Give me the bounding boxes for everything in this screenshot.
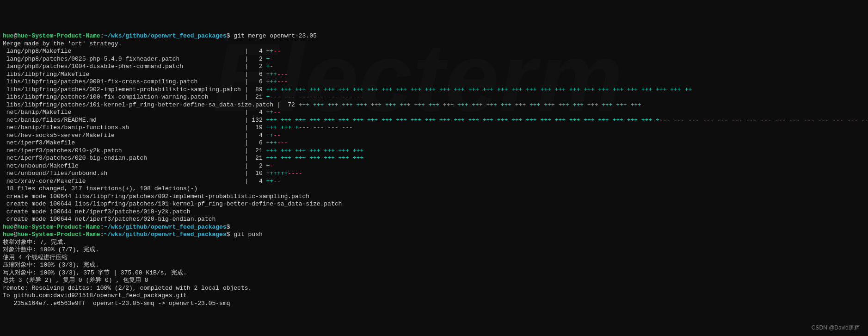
push-output-line: 压缩对象中: 100% (3/3), 完成. (3, 261, 99, 268)
push-output-line: 枚举对象中: 7, 完成. (3, 239, 67, 246)
diffstat-file: net/banip/files/banip-functions.sh (3, 124, 241, 131)
diffstat-file: lang/php8/Makefile (3, 48, 241, 55)
merge-strategy-line: Merge made by the 'ort' strategy. (3, 40, 122, 47)
prompt-host: hue-System-Product-Name (17, 224, 100, 230)
command-text: git merge openwrt-23.05 (234, 32, 316, 39)
diffstat-file: net/iperf3/Makefile (3, 139, 241, 146)
create-mode-line: create mode 100644 net/iperf3/patches/01… (3, 208, 191, 215)
push-output-line: 235a164e7..e6563e9ff openwrt-23.05-smq -… (3, 300, 230, 307)
diffstat-file: lang/php8/patches/0025-php-5.4.9-fixhead… (3, 56, 241, 62)
create-mode-line: create mode 100644 net/iperf3/patches/02… (3, 216, 215, 223)
diffstat-file: net/unbound/Makefile (3, 162, 241, 169)
prompt-dollar: $ (227, 32, 230, 39)
prompt-user: hue (3, 224, 13, 230)
prompt-user: hue (3, 231, 13, 238)
prompt-path: ~/wks/github/openwrt_feed_packages (104, 231, 226, 238)
prompt-path: ~/wks/github/openwrt_feed_packages (104, 32, 226, 39)
create-mode-line: create mode 100644 libs/libpfring/patche… (3, 200, 342, 207)
push-output-line: 写入对象中: 100% (3/3), 375 字节 | 375.00 KiB/s… (3, 269, 187, 276)
push-output-line: To github.com:david921518/openwrt_feed_p… (3, 292, 187, 299)
diffstat-file: net/banip/Makefile (3, 109, 241, 116)
diffstat-file: libs/libpfring/Makefile (3, 71, 241, 78)
command-text: git push (234, 231, 262, 238)
create-mode-line: create mode 100644 libs/libpfring/patche… (3, 193, 309, 200)
prompt-dollar: $ (227, 224, 230, 230)
diffstat-file: net/iperf3/patches/020-big-endian.patch (3, 155, 241, 162)
diffstat-file: libs/libpfring/patches/0001-fix-cross-co… (3, 78, 241, 85)
terminal-output[interactable]: hue@hue-System-Product-Name:~/wks/github… (3, 32, 865, 307)
diffstat-file: lang/php8/patches/1004-disable-phar-comm… (3, 63, 241, 70)
push-output-line: 对象计数中: 100% (7/7), 完成. (3, 246, 99, 253)
diffstat-file: libs/libpfring/patches/002-implement-pro… (3, 86, 241, 93)
prompt-host: hue-System-Product-Name (17, 32, 100, 39)
csdn-watermark: CSDN @David唐辉 (812, 324, 860, 332)
diffstat-file: libs/libpfring/patches/100-fix-compilati… (3, 93, 241, 100)
diffstat-summary: 18 files changed, 317 insertions(+), 108… (3, 185, 197, 192)
diffstat-file: net/xray-core/Makefile (3, 178, 241, 185)
push-output-line: 使用 4 个线程进行压缩 (3, 254, 68, 261)
push-output-line: remote: Resolving deltas: 100% (2/2), co… (3, 285, 252, 292)
push-output-line: 总共 3 (差异 2) , 复用 0 (差异 0) , 包复用 0 (3, 277, 148, 284)
diffstat-file: libs/libpfring/patches/101-kernel-pf_rin… (3, 101, 273, 108)
diffstat-file: net/banip/files/README.md (3, 117, 241, 124)
prompt-dollar: $ (227, 231, 230, 238)
diffstat-file: net/hev-socks5-server/Makefile (3, 132, 241, 139)
diffstat-file: net/iperf3/patches/010-y2k.patch (3, 147, 241, 154)
prompt-host: hue-System-Product-Name (17, 231, 100, 238)
prompt-path: ~/wks/github/openwrt_feed_packages (104, 224, 226, 230)
prompt-user: hue (3, 32, 13, 39)
diffstat-file: net/unbound/files/unbound.sh (3, 170, 241, 177)
